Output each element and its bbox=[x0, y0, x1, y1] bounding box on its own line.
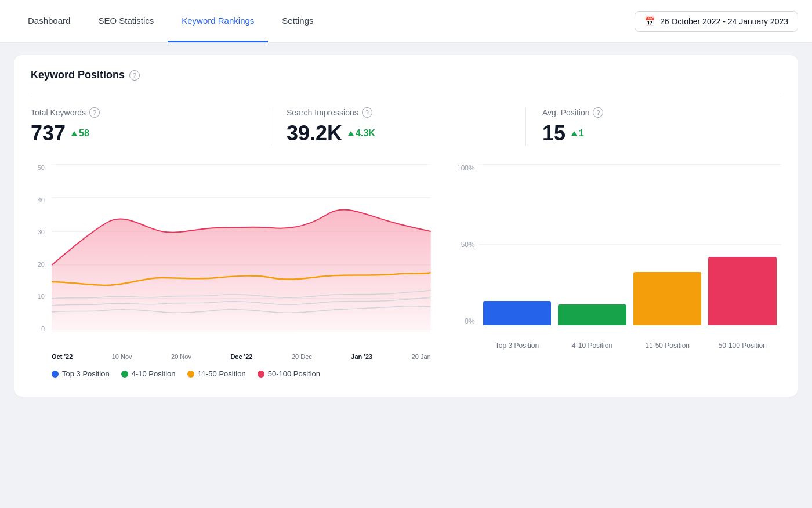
tab-settings[interactable]: Settings bbox=[268, 0, 327, 42]
stat-value-avg-position: 15 bbox=[542, 121, 566, 146]
legend-dot-50-100 bbox=[258, 371, 264, 378]
card-header: Keyword Positions ? bbox=[31, 69, 781, 93]
tab-dashboard[interactable]: Dashboard bbox=[14, 0, 84, 42]
stat-value-total-keywords: 737 bbox=[31, 121, 66, 146]
arrow-up-icon-2 bbox=[348, 131, 354, 136]
stat-help-search-impressions[interactable]: ? bbox=[362, 107, 372, 118]
bar-rect-11-50 bbox=[633, 272, 702, 325]
legend-label-top3: Top 3 Position bbox=[62, 369, 110, 378]
stat-help-total-keywords[interactable]: ? bbox=[89, 107, 100, 118]
stat-value-row-total-keywords: 737 58 bbox=[31, 121, 253, 146]
legend-item-50-100: 50-100 Position bbox=[258, 369, 320, 378]
bars-container bbox=[478, 164, 781, 339]
stat-value-row-avg-position: 15 1 bbox=[542, 121, 765, 146]
stat-help-avg-position[interactable]: ? bbox=[593, 107, 603, 118]
calendar-icon: 📅 bbox=[644, 16, 655, 27]
bar-50-100 bbox=[708, 257, 777, 325]
charts-row: 50 40 30 20 10 0 bbox=[31, 164, 781, 378]
legend-dot-top3 bbox=[52, 371, 59, 378]
stat-total-keywords: Total Keywords ? 737 58 bbox=[31, 107, 270, 146]
stat-value-search-impressions: 39.2K bbox=[287, 121, 342, 146]
line-chart-area: 50 40 30 20 10 0 bbox=[31, 164, 431, 378]
line-chart-svg bbox=[52, 164, 431, 332]
bar-chart-y-axis: 100% 50% 0% bbox=[454, 164, 478, 339]
line-chart-x-axis: Oct '22 10 Nov 20 Nov Dec '22 20 Dec Jan… bbox=[31, 353, 431, 360]
main-content: Keyword Positions ? Total Keywords ? 737… bbox=[0, 43, 812, 409]
stat-delta-search-impressions: 4.3K bbox=[348, 128, 375, 139]
stat-label-total-keywords: Total Keywords ? bbox=[31, 107, 253, 118]
legend-item-11-50: 11-50 Position bbox=[187, 369, 246, 378]
bar-top3 bbox=[483, 301, 552, 325]
card-help-icon[interactable]: ? bbox=[129, 70, 140, 81]
legend-dot-4-10 bbox=[121, 371, 128, 378]
bar-chart-inner bbox=[478, 164, 781, 339]
legend-item-4-10: 4-10 Position bbox=[121, 369, 176, 378]
bar-rect-50-100 bbox=[708, 257, 777, 325]
date-range-button[interactable]: 📅 26 October 2022 - 24 January 2023 bbox=[635, 11, 798, 32]
stat-label-avg-position: Avg. Position ? bbox=[542, 107, 765, 118]
area-50-100 bbox=[52, 210, 431, 332]
legend-label-4-10: 4-10 Position bbox=[132, 369, 176, 378]
legend-item-top3: Top 3 Position bbox=[52, 369, 110, 378]
line-chart-inner bbox=[52, 164, 431, 332]
line-chart-y-axis: 50 40 30 20 10 0 bbox=[31, 164, 47, 332]
date-range-label: 26 October 2022 - 24 January 2023 bbox=[660, 17, 788, 26]
stat-value-row-search-impressions: 39.2K 4.3K bbox=[287, 121, 509, 146]
stat-delta-total-keywords: 58 bbox=[71, 128, 89, 139]
stats-row: Total Keywords ? 737 58 Search Impressio… bbox=[31, 107, 781, 146]
bar-4-10 bbox=[558, 304, 626, 325]
bar-chart-area: 100% 50% 0% bbox=[454, 164, 781, 350]
tab-keyword-rankings[interactable]: Keyword Rankings bbox=[168, 0, 268, 42]
bar-label-top3: Top 3 Position bbox=[483, 342, 552, 350]
arrow-up-icon-3 bbox=[571, 131, 577, 136]
bar-chart-x-axis: Top 3 Position 4-10 Position 11-50 Posit… bbox=[454, 342, 781, 350]
legend-dot-11-50 bbox=[187, 371, 194, 378]
arrow-up-icon bbox=[71, 131, 77, 136]
stat-avg-position: Avg. Position ? 15 1 bbox=[542, 107, 781, 146]
stat-delta-avg-position: 1 bbox=[571, 128, 584, 139]
legend-label-50-100: 50-100 Position bbox=[268, 369, 320, 378]
stat-label-search-impressions: Search Impressions ? bbox=[287, 107, 509, 118]
legend-label-11-50: 11-50 Position bbox=[198, 369, 246, 378]
keyword-positions-card: Keyword Positions ? Total Keywords ? 737… bbox=[14, 55, 798, 397]
tab-seo-statistics[interactable]: SEO Statistics bbox=[84, 0, 168, 42]
stat-search-impressions: Search Impressions ? 39.2K 4.3K bbox=[287, 107, 526, 146]
bar-11-50 bbox=[633, 272, 702, 325]
bar-label-50-100: 50-100 Position bbox=[708, 342, 777, 350]
nav-bar: Dashboard SEO Statistics Keyword Ranking… bbox=[0, 0, 812, 43]
bar-label-4-10: 4-10 Position bbox=[558, 342, 626, 350]
bar-label-11-50: 11-50 Position bbox=[633, 342, 702, 350]
nav-tabs: Dashboard SEO Statistics Keyword Ranking… bbox=[14, 0, 328, 42]
card-title: Keyword Positions bbox=[31, 69, 125, 81]
bar-rect-top3 bbox=[483, 301, 552, 325]
chart-legend: Top 3 Position 4-10 Position 11-50 Posit… bbox=[52, 369, 431, 378]
bar-rect-4-10 bbox=[558, 304, 626, 325]
